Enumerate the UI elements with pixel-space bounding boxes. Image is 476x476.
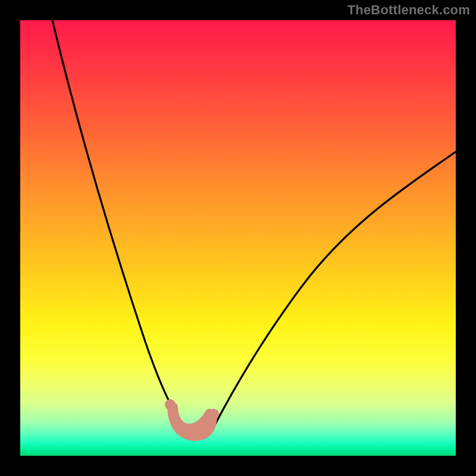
curve-right xyxy=(214,152,456,427)
curve-left xyxy=(52,20,186,427)
chart-frame: TheBottleneck.com xyxy=(0,0,476,476)
right-dot-icon xyxy=(208,409,219,419)
curve-layer xyxy=(20,20,456,456)
plot-area xyxy=(20,20,456,456)
watermark-text: TheBottleneck.com xyxy=(347,2,470,18)
left-dot-icon xyxy=(165,399,176,410)
trough-shape xyxy=(171,407,213,437)
